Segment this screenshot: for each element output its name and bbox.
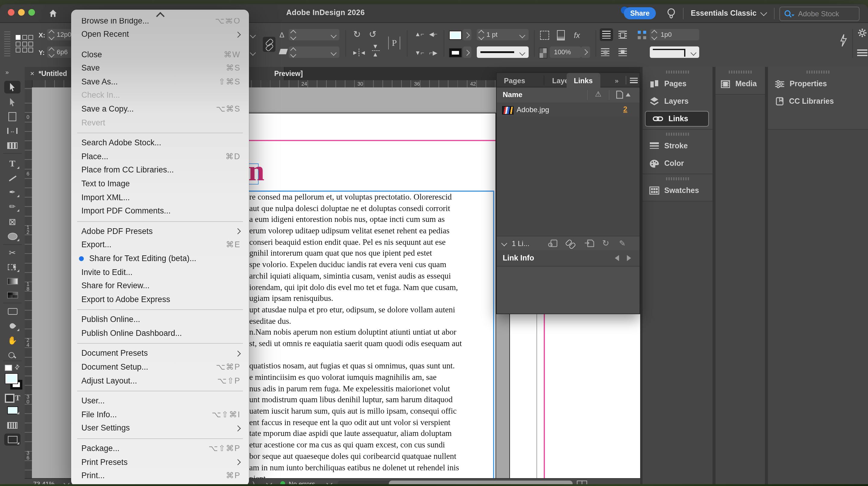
workspace-chevron-icon[interactable]	[761, 9, 767, 16]
update-link-icon[interactable]: ↻	[602, 238, 609, 248]
menu-item-save-as[interactable]: Save As...⇧⌘S	[71, 75, 249, 89]
control-bar-grip[interactable]	[4, 31, 10, 58]
link-row-adobe-jpg[interactable]: Adobe.jpg 2	[497, 102, 640, 118]
menu-item-print-booklet[interactable]: Print Booklet...	[71, 483, 249, 484]
link-page-number[interactable]: 2	[623, 105, 627, 113]
menu-item-browse-in-bridge[interactable]: Browse in Bridge...⌥⌘O	[71, 18, 249, 28]
formatting-affects-text-button[interactable]: T	[15, 393, 20, 403]
menu-item-export[interactable]: Export...⌘E	[71, 239, 249, 252]
workspace-switcher[interactable]: Essentials Classic	[691, 9, 756, 18]
gradient-swatch-tool[interactable]	[4, 275, 21, 287]
ellipse-tool[interactable]	[4, 230, 21, 242]
link-name[interactable]: Adobe.jpg	[517, 105, 549, 114]
y-stepper[interactable]	[49, 48, 54, 57]
go-to-link-icon[interactable]	[585, 239, 594, 247]
dock-links-button[interactable]: Links	[645, 111, 709, 127]
share-button[interactable]: Share	[624, 7, 656, 19]
menu-item-save[interactable]: Save⌘S	[71, 61, 249, 75]
zoom-chevron-icon[interactable]	[64, 480, 70, 484]
menu-item-export-to-adobe-express[interactable]: Export to Adobe Express	[71, 293, 249, 306]
shear-angle-field[interactable]	[289, 47, 339, 58]
relink-from-cc-icon[interactable]	[548, 239, 558, 248]
menu-item-open-recent[interactable]: Open Recent	[71, 28, 249, 41]
menu-scroll-up[interactable]	[71, 11, 249, 18]
type-tool[interactable]: T	[4, 157, 21, 170]
menu-item-share-for-review[interactable]: Share for Review...	[71, 279, 249, 293]
flip-vertical-icon[interactable]: ▸┊◂	[372, 45, 380, 57]
expand-panel-icon[interactable]: »	[615, 77, 618, 84]
horizontal-scrollbar[interactable]	[338, 481, 572, 484]
page-dropdown-chevron[interactable]	[266, 480, 272, 484]
close-window-button[interactable]	[8, 9, 14, 16]
dock-drag-handle-2[interactable]	[666, 133, 689, 136]
pen-tool[interactable]: ✒	[4, 186, 21, 199]
dock-color-button[interactable]: Color	[643, 156, 720, 171]
panel-menu-icon[interactable]	[630, 78, 638, 83]
formatting-affects-container-button[interactable]	[5, 394, 14, 403]
x-position-field[interactable]: 12p0	[47, 29, 72, 40]
dock-pages-button[interactable]: Pages	[643, 76, 720, 92]
link-status-column-icon[interactable]: ⚠	[595, 90, 601, 98]
fill-color-control[interactable]	[5, 373, 18, 384]
rotate-cw-icon[interactable]: ↻	[353, 29, 361, 40]
dock-cc-libraries-button[interactable]: CC Libraries	[768, 93, 868, 109]
stroke-options-button[interactable]	[463, 47, 471, 58]
quick-actions-lightning-icon[interactable]	[839, 34, 847, 47]
apply-color-button[interactable]	[4, 404, 21, 416]
pencil-tool[interactable]: ✏	[4, 200, 21, 213]
ruler-origin-box[interactable]	[25, 80, 33, 88]
height-dropdown-chevron[interactable]	[250, 50, 256, 56]
tab-close-icon[interactable]: ×	[30, 69, 34, 78]
menu-item-close[interactable]: Close⌘W	[71, 48, 249, 61]
gear-icon[interactable]	[858, 28, 867, 37]
dock-stroke-button[interactable]: Stroke	[643, 138, 720, 154]
home-icon[interactable]	[48, 8, 58, 18]
free-transform-tool[interactable]	[4, 261, 21, 273]
corner-radius-field[interactable]: 1p0	[650, 29, 699, 40]
dock-swatches-button[interactable]: Swatches	[643, 183, 720, 199]
menu-item-print[interactable]: Print...⌘P	[71, 469, 249, 483]
select-next-icon[interactable]: ⌐▶	[429, 50, 437, 56]
menu-item-print-presets[interactable]: Print Presets	[71, 456, 249, 469]
menu-item-invite-to-edit[interactable]: Invite to Edit...	[71, 266, 249, 279]
menu-item-text-to-image[interactable]: Text to Image	[71, 177, 249, 191]
jump-object-icon[interactable]	[618, 48, 627, 56]
menu-item-package[interactable]: Package...⌥⇧⌘P	[71, 442, 249, 456]
opacity-field[interactable]: 100%	[550, 47, 581, 58]
adobe-stock-search[interactable]: Adobe Stock	[779, 7, 860, 21]
tab-pages[interactable]: Pages	[504, 77, 525, 85]
stroke-style-dropdown[interactable]	[477, 47, 529, 58]
panel-menu-icon[interactable]	[857, 50, 867, 56]
hand-tool[interactable]: ✋	[4, 334, 21, 347]
preflight-chevron-icon[interactable]	[327, 480, 333, 484]
zoom-tool[interactable]	[4, 348, 21, 361]
apply-none-button[interactable]	[4, 419, 21, 432]
eyedropper-tool[interactable]	[4, 320, 21, 332]
tab-links[interactable]: Links	[574, 77, 593, 85]
scissors-tool[interactable]: ✂	[4, 246, 21, 259]
screen-mode-button[interactable]	[4, 433, 21, 446]
link-info-prev-icon[interactable]	[615, 255, 619, 261]
opacity-more-button[interactable]	[581, 47, 590, 58]
select-parent-icon[interactable]: ▲⌐	[415, 31, 424, 37]
content-collector-tool[interactable]	[4, 139, 21, 152]
menu-item-save-a-copy[interactable]: Save a Copy...⌥⌘S	[71, 102, 249, 116]
gap-tool[interactable]: ↔	[4, 124, 21, 137]
menu-item-document-presets[interactable]: Document Presets	[71, 347, 249, 361]
links-name-header[interactable]: Name	[503, 90, 522, 99]
rotate-ccw-icon[interactable]: ↺	[369, 29, 376, 40]
width-dropdown-chevron[interactable]	[250, 32, 256, 38]
wrap-bounding-box-icon[interactable]	[618, 31, 627, 39]
menu-item-place[interactable]: Place...⌘D	[71, 150, 249, 164]
edit-original-icon[interactable]: ✎	[619, 239, 626, 248]
minimize-window-button[interactable]	[18, 9, 25, 16]
menu-item-place-from-cc-libraries[interactable]: Place from CC Libraries...	[71, 164, 249, 177]
link-info-next-icon[interactable]	[627, 255, 631, 261]
zoom-window-button[interactable]	[28, 9, 35, 16]
menu-item-publish-online-dashboard[interactable]: Publish Online Dashboard...	[71, 327, 249, 340]
vertical-ruler[interactable]: 0 6 12 18 24 30 36	[25, 87, 33, 478]
page-tool[interactable]	[4, 110, 21, 123]
fill-options-button[interactable]	[463, 29, 471, 40]
default-fill-stroke-icon[interactable]	[5, 365, 12, 371]
wrap-object-shape-icon[interactable]	[601, 48, 610, 56]
